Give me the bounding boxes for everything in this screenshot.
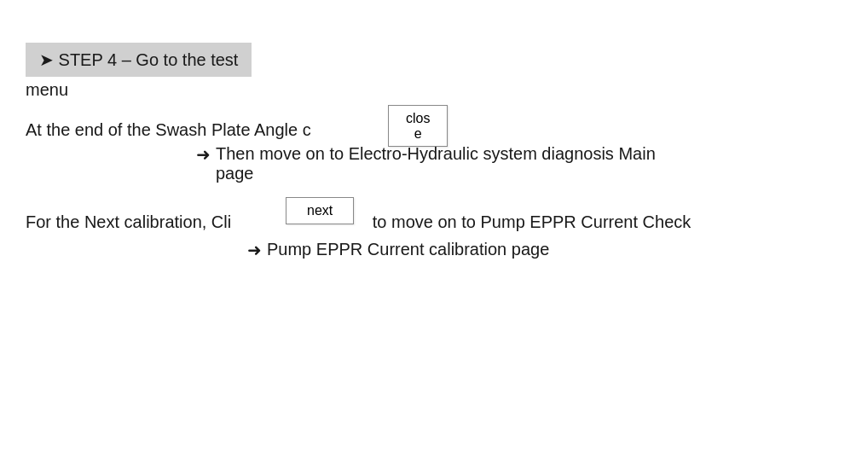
- close-button[interactable]: clos e: [388, 105, 448, 147]
- next-button[interactable]: next: [286, 197, 354, 224]
- next-button-label: next: [307, 203, 333, 218]
- pump-arrow-text: Pump EPPR Current calibration page: [267, 240, 549, 259]
- section-one-arrow-main: Then move on to Electro-Hydraulic system…: [216, 144, 656, 164]
- section-one-arrow-text: Then move on to Electro-Hydraulic system…: [216, 144, 656, 183]
- close-button-line2: e: [414, 126, 422, 142]
- arrow-icon-one: ➜: [196, 144, 211, 165]
- close-button-line1: clos: [406, 111, 430, 126]
- section-two-text-end: to move on to Pump EPPR Current Check: [373, 212, 692, 231]
- page-container: ➤ STEP 4 – Go to the test menu clos e At…: [0, 0, 868, 465]
- section-one-text: At the end of the Swash Plate Angle c: [26, 120, 311, 139]
- step-label: ➤ STEP 4 – Go to the test: [39, 50, 238, 69]
- next-button-wrapper: next: [286, 197, 354, 224]
- section-two-text-start: For the Next calibration, Cli: [26, 212, 231, 231]
- close-button-wrapper: clos e: [388, 105, 448, 147]
- step-subtext: menu: [26, 80, 868, 100]
- section-one-arrow-line: ➜ Then move on to Electro-Hydraulic syst…: [196, 144, 868, 183]
- section-one-arrow-sub: page: [216, 164, 656, 183]
- section-one: clos e At the end of the Swash Plate Ang…: [26, 117, 868, 183]
- pump-arrow-line: ➜ Pump EPPR Current calibration page: [247, 240, 868, 260]
- arrow-icon-two: ➜: [247, 240, 262, 260]
- step-header: ➤ STEP 4 – Go to the test: [26, 43, 252, 77]
- section-two: next For the Next calibration, Cli to mo…: [26, 209, 868, 260]
- section-two-line: For the Next calibration, Cli to move on…: [26, 209, 868, 235]
